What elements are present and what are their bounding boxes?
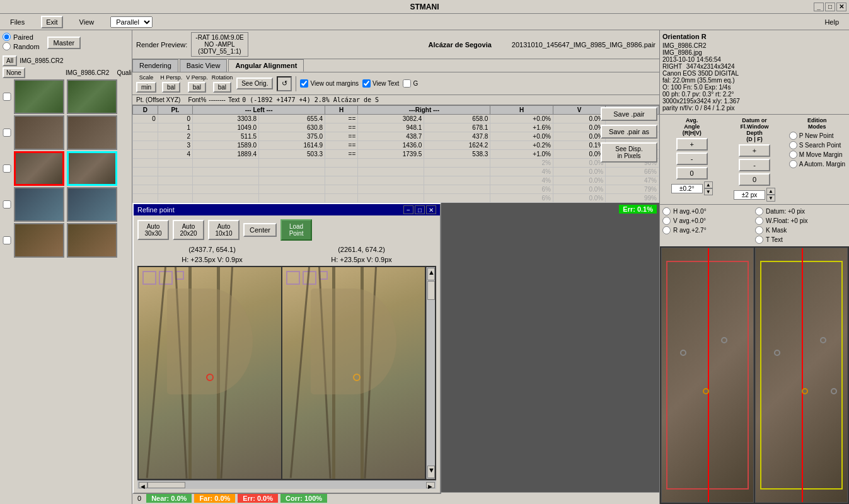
table-row[interactable]: 41889.4503.3==1739.5538.3+1.0%0.0%98% bbox=[133, 150, 659, 159]
menu-help[interactable]: Help bbox=[821, 17, 843, 27]
menu-files[interactable]: Files bbox=[6, 17, 28, 27]
thumb-left-2[interactable] bbox=[14, 115, 64, 150]
checkbox-row1[interactable] bbox=[3, 93, 11, 101]
menu-view[interactable]: View bbox=[76, 17, 98, 27]
depth-plus-btn[interactable]: + bbox=[739, 144, 770, 157]
rotation-bal-btn[interactable]: bal bbox=[213, 82, 231, 93]
scroll-up-btn[interactable]: ▲ bbox=[427, 268, 435, 280]
thumb-right-5[interactable] bbox=[67, 223, 117, 258]
depth-minus-btn[interactable]: - bbox=[739, 159, 770, 171]
compare-img-right[interactable] bbox=[282, 267, 425, 479]
checkbox-row4[interactable] bbox=[3, 200, 11, 209]
hpersp-label: H Persp. bbox=[160, 74, 182, 81]
compare-img-left[interactable] bbox=[139, 267, 281, 479]
radio-move-margin[interactable]: M Move Margin bbox=[789, 151, 845, 159]
thumb-right-3[interactable] bbox=[67, 151, 117, 186]
radio-search-point[interactable]: S Search Point bbox=[789, 141, 845, 149]
auto-10x10-btn[interactable]: Auto10x10 bbox=[208, 220, 240, 240]
checkbox-view-text[interactable]: View Text bbox=[362, 79, 399, 88]
checkbox-g[interactable]: G bbox=[403, 79, 418, 88]
radio-autom-margin[interactable]: A Autom. Margin bbox=[789, 160, 845, 168]
thumb-left-1[interactable] bbox=[14, 79, 64, 114]
table-row[interactable]: 4%0.0%66% bbox=[133, 168, 659, 176]
table-row[interactable]: 31589.01614.9==1436.01624.2+0.2%0.1%92% bbox=[133, 141, 659, 150]
r-avg-check[interactable]: R avg.+2.7° bbox=[662, 226, 754, 234]
table-row[interactable]: 003303.8655.4==3082.4658.0+0.0%0.0%98% bbox=[133, 115, 659, 123]
save-pair-btn[interactable]: Save .pair bbox=[601, 107, 657, 121]
h-avg-check[interactable]: H avg.+0.0° bbox=[662, 207, 754, 215]
datum-check[interactable]: Datum: +0 pix bbox=[755, 207, 846, 215]
scroll-thumb[interactable] bbox=[427, 281, 435, 300]
minimap-left[interactable] bbox=[661, 248, 754, 503]
scroll-down-btn[interactable]: ▼ bbox=[427, 466, 435, 478]
ttext-check[interactable]: T Text bbox=[755, 236, 846, 244]
angle-step-input[interactable] bbox=[671, 184, 703, 193]
master-button[interactable]: Master bbox=[47, 37, 81, 49]
table-row[interactable]: 2511.5375.0==438.7437.8+0.0%0.0%98% bbox=[133, 132, 659, 141]
window-controls[interactable]: _ □ ✕ bbox=[814, 3, 846, 11]
hscroll-thumb[interactable] bbox=[147, 482, 185, 488]
checkbox-row3[interactable] bbox=[3, 164, 11, 173]
wfloat-check[interactable]: W.Float: +0 pix bbox=[755, 217, 846, 225]
center-btn[interactable]: Center bbox=[243, 223, 277, 237]
tab-basic-view[interactable]: Basic View bbox=[180, 59, 228, 72]
checkbox-row2[interactable] bbox=[3, 129, 11, 137]
table-row[interactable]: 6%0.0%99% bbox=[133, 194, 659, 203]
dialog-controls[interactable]: − □ ✕ bbox=[403, 205, 436, 214]
depth-step-input[interactable] bbox=[734, 190, 765, 200]
close-btn[interactable]: ✕ bbox=[836, 3, 846, 11]
thumb-left-3[interactable] bbox=[14, 151, 64, 186]
table-row[interactable]: 6%0.0%79% bbox=[133, 185, 659, 194]
all-button[interactable]: All bbox=[3, 55, 17, 66]
list-item bbox=[3, 115, 129, 150]
thumb-left-5[interactable] bbox=[14, 223, 64, 258]
minimap-right[interactable] bbox=[755, 248, 848, 503]
view-select[interactable]: Parallel bbox=[110, 16, 153, 28]
see-orig-btn[interactable]: See Orig. bbox=[236, 77, 273, 89]
radio-random[interactable]: Random bbox=[3, 42, 40, 50]
mode-radio-group: Paired Random bbox=[3, 33, 40, 50]
v-avg-check[interactable]: V avg.+0.0° bbox=[662, 217, 754, 225]
load-point-btn[interactable]: LoadPoint bbox=[280, 219, 312, 241]
tab-angular-alignment[interactable]: Angular Alignment bbox=[228, 59, 304, 72]
kmask-check[interactable]: K Mask bbox=[755, 226, 846, 234]
angle-zero-btn[interactable]: 0 bbox=[676, 167, 708, 180]
angle-plus-btn[interactable]: + bbox=[676, 138, 708, 151]
angle-minus-btn[interactable]: - bbox=[676, 152, 708, 165]
see-disp-btn[interactable]: See Disp.in Pixels bbox=[601, 142, 657, 163]
scale-min-btn[interactable]: min bbox=[136, 82, 156, 93]
left-panel: Paired Random Master All IMG_8985.CR2 No… bbox=[0, 30, 132, 504]
radio-new-point[interactable]: P New Point bbox=[789, 132, 845, 140]
exit-button[interactable]: Exit bbox=[41, 16, 62, 28]
thumb-right-1[interactable] bbox=[67, 79, 117, 114]
table-row[interactable]: 11049.0630.8==948.1678.1+1.6%0.0%98% bbox=[133, 123, 659, 132]
h-scrollbar[interactable]: ◄ ► bbox=[137, 480, 436, 489]
dialog-min[interactable]: − bbox=[403, 205, 413, 214]
checkbox-row5[interactable] bbox=[3, 236, 11, 244]
auto-30x30-btn[interactable]: Auto30x30 bbox=[137, 220, 169, 240]
depth-zero-btn[interactable]: 0 bbox=[739, 173, 770, 186]
vpersp-bal-btn[interactable]: bal bbox=[188, 82, 206, 93]
auto-20x20-btn[interactable]: Auto20x20 bbox=[173, 220, 204, 240]
hscroll-right-btn[interactable]: ► bbox=[426, 482, 435, 488]
hscroll-left-btn[interactable]: ◄ bbox=[139, 482, 147, 488]
save-pair-as-btn[interactable]: Save .pair as bbox=[601, 125, 657, 139]
checkbox-view-margins[interactable]: View out margins bbox=[300, 79, 359, 88]
tab-rendering[interactable]: Rendering bbox=[132, 59, 178, 72]
vertical-scrollbar[interactable]: ▲ ▼ bbox=[426, 267, 435, 479]
hpersp-bal-btn[interactable]: bal bbox=[162, 82, 180, 93]
table-row[interactable]: 2%0.0%96% bbox=[133, 159, 659, 168]
thumb-right-4[interactable] bbox=[67, 187, 117, 222]
radio-paired[interactable]: Paired bbox=[3, 33, 40, 41]
depth-step-arrows[interactable]: ▲ ▼ bbox=[766, 188, 775, 202]
dialog-close[interactable]: ✕ bbox=[426, 205, 436, 214]
dialog-max[interactable]: □ bbox=[415, 205, 425, 214]
maximize-btn[interactable]: □ bbox=[825, 3, 835, 11]
table-row[interactable]: 4%0.0%47% bbox=[133, 176, 659, 185]
thumb-right-2[interactable] bbox=[67, 115, 117, 150]
minimize-btn[interactable]: _ bbox=[814, 3, 824, 11]
angle-step-arrows[interactable]: ▲ ▼ bbox=[704, 181, 713, 195]
refresh-btn[interactable]: ↺ bbox=[277, 76, 292, 91]
thumb-left-4[interactable] bbox=[14, 187, 64, 222]
none-button[interactable]: None bbox=[3, 67, 25, 78]
